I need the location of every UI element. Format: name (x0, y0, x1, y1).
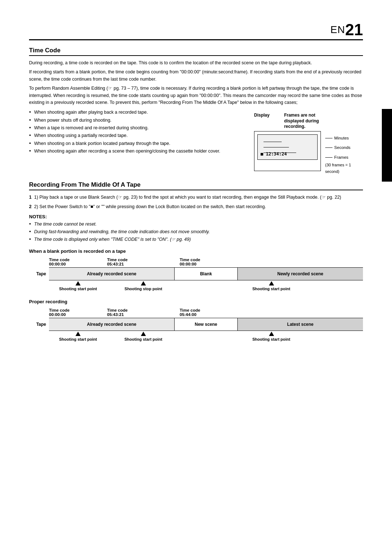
minutes-dash (325, 138, 332, 138)
proper-tc1: Time code 00:00:00 (49, 308, 107, 317)
proper-arrow2: Shooting start point (107, 332, 180, 341)
blank-tc1: Time code 00:00:00 (49, 258, 107, 266)
blank-arrows-row: Shooting start point Shooting stop point… (29, 281, 363, 291)
timecode-value: ■ 12:34:24 (261, 151, 287, 157)
proper-tc3: Time code 05:44:00 (180, 308, 363, 317)
proper-tape-track: Already recorded scene New scene Latest … (49, 318, 363, 331)
proper-arrow2-label: Shooting start point (124, 337, 162, 341)
frames-dash (325, 157, 332, 158)
arrow-up-icon (141, 332, 146, 336)
proper-tape-label: Tape (29, 322, 49, 327)
blank-arrow3: Shooting start point (180, 281, 363, 291)
blank-tc3: Time code 00:00:00 (180, 258, 363, 266)
note-item: The time code is displayed only when "TI… (29, 236, 363, 243)
arrow-up-icon (269, 281, 274, 285)
page-decoration (382, 109, 392, 182)
proper-tc2: Time code 05:43:21 (107, 308, 180, 317)
blank-tape-track: Already recorded scene Blank Newly recor… (49, 267, 363, 280)
tc-bullets-col: When shooting again after playing back a… (29, 109, 236, 175)
newly-recorded-segment: Newly recorded scene (238, 268, 363, 280)
proper-arrow3-label: Shooting start point (252, 337, 290, 341)
proper-tape-row: Tape Already recorded scene New scene La… (29, 318, 363, 331)
step-1: 1 1) Play back a tape or use Blank Searc… (29, 194, 363, 201)
blank-tc2: Time code 05:43:21 (107, 258, 180, 266)
tc-para-1: During recording, a time code is recorde… (29, 60, 363, 66)
proper-arrows-row: Shooting start point Shooting start poin… (29, 332, 363, 341)
new-scene-segment: New scene (175, 318, 238, 331)
blank-section-title: When a blank portion is recorded on a ta… (29, 248, 363, 254)
seconds-dash (325, 147, 332, 148)
arrow-up-icon (141, 281, 146, 285)
bullet-item: When shooting again after recording a sc… (29, 148, 236, 155)
minutes-label: Minutes (334, 135, 349, 141)
bullet-item: When shooting using a partially recorded… (29, 132, 236, 139)
blank-tape-label: Tape (29, 271, 49, 276)
blank-tape-row: Tape Already recorded scene Blank Newly … (29, 267, 363, 280)
tc-bullet-list: When shooting again after playing back a… (29, 109, 236, 155)
seconds-label: Seconds (334, 144, 351, 151)
blank-arrow1-label: Shooting start point (59, 287, 97, 291)
recording-title: Recording From The Middle Of A Tape (29, 181, 363, 190)
display-right-labels: Minutes Seconds Frames (30 frames = 1 se… (325, 131, 363, 175)
display-label: Display (254, 113, 270, 118)
note-item: The time code cannot be reset. (29, 221, 363, 228)
display-container: Display Frames are not displayed during … (247, 113, 363, 175)
arrow-up-icon (75, 281, 81, 285)
frames-per-second: (30 frames = 1 second) (325, 162, 363, 175)
bullet-item: When power shuts off during shooting. (29, 117, 236, 124)
blank-segment: Blank (175, 268, 238, 280)
tc-para-2: If recording starts from a blank portion… (29, 69, 363, 83)
already2-segment: Already recorded scene (49, 318, 175, 331)
display-box-row: ■ 12:34:24 Minutes Seconds (247, 131, 363, 175)
page-number: 21 (345, 22, 363, 38)
notes-list: The time code cannot be reset. During fa… (29, 221, 363, 243)
bullet-item: When shooting on a blank portion located… (29, 140, 236, 147)
recording-section: Recording From The Middle Of A Tape 1 1)… (29, 181, 363, 341)
display-screen: ■ 12:34:24 (257, 134, 318, 160)
blank-tape-diagram: Time code 00:00:00 Time code 05:43:21 Ti… (29, 258, 363, 291)
frames-not-label: Frames are not displayed during recordin… (284, 113, 319, 130)
time-code-title: Time Code (29, 47, 363, 56)
display-box: ■ 12:34:24 (254, 131, 321, 171)
blank-tc-row: Time code 00:00:00 Time code 05:43:21 Ti… (29, 258, 363, 266)
proper-arrow3: Shooting start point (180, 332, 363, 341)
proper-arrow1: Shooting start point (49, 332, 107, 341)
page-header: EN 21 (29, 22, 363, 40)
blank-arrow3-label: Shooting start point (252, 287, 290, 291)
proper-tape-diagram: Time code 00:00:00 Time code 05:43:21 Ti… (29, 308, 363, 341)
blank-arrow1: Shooting start point (49, 281, 107, 291)
en-label: EN (330, 24, 345, 36)
tc-two-col: When shooting again after playing back a… (29, 109, 363, 175)
proper-tc-row: Time code 00:00:00 Time code 05:43:21 Ti… (29, 308, 363, 317)
tc-display-col: Display Frames are not displayed during … (247, 109, 363, 175)
proper-section-title: Proper recording (29, 299, 363, 304)
time-code-section: Time Code During recording, a time code … (29, 47, 363, 175)
blank-arrow2-label: Shooting stop point (124, 287, 162, 291)
proper-arrow1-label: Shooting start point (59, 337, 97, 341)
blank-arrow2: Shooting stop point (107, 281, 180, 291)
step-2: 2 2) Set the Power Switch to "■" or "" w… (29, 203, 363, 210)
latest-scene-segment: Latest scene (238, 318, 363, 331)
already-recorded-segment: Already recorded scene (49, 268, 175, 280)
arrow-up-icon (75, 332, 81, 336)
bullet-item: When shooting again after playing back a… (29, 109, 236, 116)
frames-label: Frames (334, 154, 348, 161)
arrow-up-icon (269, 332, 274, 336)
tc-para-3: To perform Random Assemble Editing (☞ pg… (29, 85, 363, 106)
bullet-item: When a tape is removed and re-inserted d… (29, 125, 236, 131)
note-item: During fast-forwarding and rewinding, th… (29, 228, 363, 235)
notes-header: NOTES: (29, 214, 363, 219)
